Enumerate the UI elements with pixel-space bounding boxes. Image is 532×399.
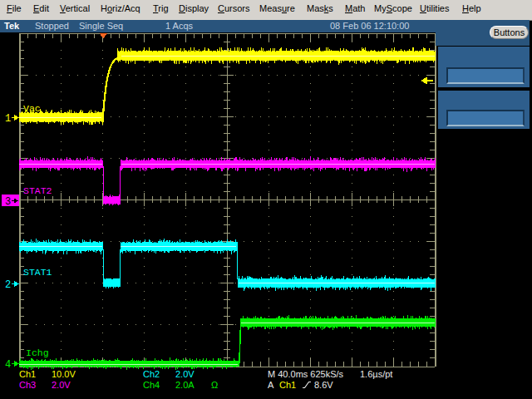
svg-text:Ichg: Ichg xyxy=(26,347,49,358)
svg-text:STAT1: STAT1 xyxy=(23,267,52,278)
svg-text:2: 2 xyxy=(5,279,11,291)
svg-text:3: 3 xyxy=(5,196,11,208)
svg-text:1: 1 xyxy=(5,113,11,125)
svg-text:4: 4 xyxy=(5,359,11,371)
svg-text:STAT2: STAT2 xyxy=(23,185,52,196)
svg-text:Vac: Vac xyxy=(23,103,41,114)
